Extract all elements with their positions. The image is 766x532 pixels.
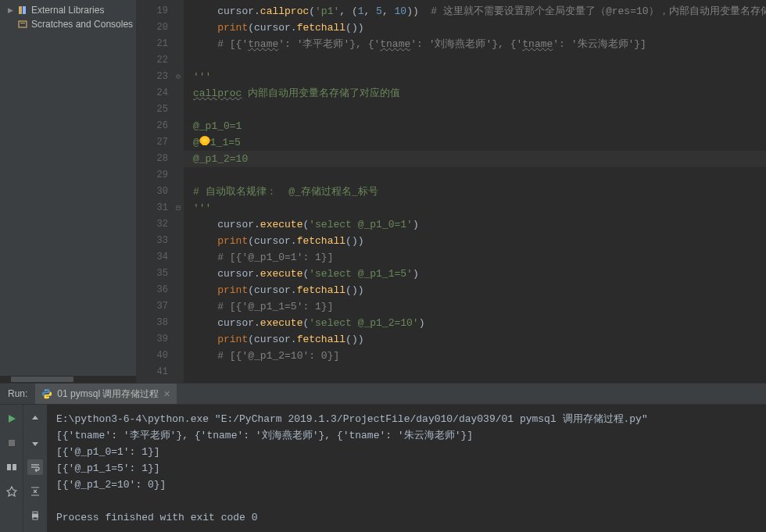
project-tree: ▶ External Libraries Scratches and Conso… <box>0 0 136 376</box>
code-line[interactable]: @_p1_0=1 <box>184 118 766 134</box>
fold-open-icon[interactable]: ⊖ <box>176 69 181 85</box>
code-line[interactable]: ''' <box>184 69 766 85</box>
code-editor[interactable]: 19202122⊖2324252627282930⊟31323334353637… <box>137 0 766 383</box>
line-number: 38 <box>137 315 168 331</box>
layout-button[interactable] <box>4 459 20 475</box>
line-number: 33 <box>137 233 168 249</box>
code-line[interactable]: # [{'@_p1_0=1': 1}] <box>184 249 766 266</box>
console-line <box>56 493 757 509</box>
code-line[interactable]: print(cursor.fetchall()) <box>184 20 766 36</box>
code-line[interactable]: @_p1_2=10 <box>184 151 766 167</box>
svg-rect-1 <box>23 6 26 14</box>
pin-button[interactable] <box>4 484 20 499</box>
code-area[interactable]: cursor.callproc('p1', (1, 5, 10)) # 这里就不… <box>184 0 766 383</box>
soft-wrap-button[interactable] <box>27 459 43 475</box>
run-tab[interactable]: 01 pymsql 调用存储过程 × <box>35 384 176 404</box>
svg-rect-8 <box>13 464 16 470</box>
code-line[interactable] <box>184 167 766 184</box>
line-number: 19 <box>137 3 168 20</box>
line-number: 30 <box>137 184 168 200</box>
line-number: 20 <box>137 20 168 36</box>
python-icon <box>41 388 52 399</box>
scroll-down-button[interactable] <box>27 435 43 451</box>
console-line: E:\python3-6-4\python.exe "E:/PyCharm 20… <box>56 411 757 427</box>
console-line: [{'@_p1_0=1': 1}] <box>56 444 757 460</box>
scrollbar-thumb[interactable] <box>11 377 73 382</box>
code-line[interactable]: # 自动取名规律： @_存储过程名_标号 <box>184 184 766 200</box>
code-line[interactable]: # [{'@_p1_1=5': 1}] <box>184 298 766 315</box>
sidebar-scrollbar[interactable] <box>0 376 136 383</box>
run-tool-col-left <box>0 405 23 532</box>
svg-point-4 <box>45 390 46 391</box>
console-line: [{'@_p1_2=10': 0}] <box>56 477 757 493</box>
line-number: 40 <box>137 348 168 364</box>
code-line[interactable]: cursor.execute('select @_p1_1=5') <box>184 266 766 282</box>
code-line[interactable]: print(cursor.fetchall()) <box>184 233 766 249</box>
run-label: Run: <box>0 388 35 399</box>
code-line[interactable]: callproc 内部自动用变量名存储了对应的值 <box>184 85 766 102</box>
console-line: Process finished with exit code 0 <box>56 509 757 526</box>
code-line[interactable]: cursor.execute('select @_p1_0=1') <box>184 216 766 233</box>
console-output[interactable]: E:\python3-6-4\python.exe "E:/PyCharm 20… <box>47 405 766 532</box>
line-number: 32 <box>137 216 168 233</box>
code-line[interactable] <box>184 102 766 118</box>
line-gutter: 19202122⊖2324252627282930⊟31323334353637… <box>137 0 184 383</box>
line-number: 35 <box>137 266 168 282</box>
svg-rect-10 <box>33 512 38 514</box>
line-number: 29 <box>137 167 168 184</box>
svg-point-5 <box>48 397 49 398</box>
line-number: 21 <box>137 36 168 52</box>
tree-label: External Libraries <box>31 5 104 16</box>
scroll-up-button[interactable] <box>27 411 43 427</box>
code-line[interactable]: @1_1=5 <box>184 134 766 151</box>
tree-label: Scratches and Consoles <box>31 19 133 30</box>
run-header: Run: 01 pymsql 调用存储过程 × <box>0 384 766 405</box>
fold-close-icon[interactable]: ⊟ <box>176 200 181 216</box>
console-line: [{'@_p1_1=5': 1}] <box>56 460 757 477</box>
code-line[interactable]: cursor.execute('select @_p1_2=10') <box>184 315 766 331</box>
svg-rect-6 <box>9 440 15 446</box>
code-line[interactable] <box>184 52 766 69</box>
line-number: 37 <box>137 298 168 315</box>
intention-bulb-icon[interactable] <box>199 136 210 147</box>
line-number: 22 <box>137 52 168 69</box>
code-line[interactable]: print(cursor.fetchall()) <box>184 331 766 348</box>
stop-button[interactable] <box>4 435 20 451</box>
svg-rect-11 <box>33 517 38 520</box>
print-button[interactable] <box>27 508 43 523</box>
svg-rect-7 <box>7 464 11 470</box>
svg-rect-0 <box>19 6 22 14</box>
line-number: 24 <box>137 85 168 102</box>
code-line[interactable]: # [{'tname': '李平老师'}, {'tname': '刘海燕老师'}… <box>184 36 766 52</box>
chevron-right-icon: ▶ <box>6 6 14 14</box>
rerun-button[interactable] <box>4 411 20 427</box>
line-number: 27 <box>137 134 168 151</box>
line-number: 41 <box>137 364 168 380</box>
svg-rect-3 <box>20 23 25 23</box>
project-sidebar: ▶ External Libraries Scratches and Conso… <box>0 0 137 383</box>
run-tab-label: 01 pymsql 调用存储过程 <box>57 387 159 401</box>
line-number: 34 <box>137 249 168 266</box>
line-number: 28 <box>137 151 168 167</box>
library-icon <box>17 5 28 16</box>
line-number: 26 <box>137 118 168 134</box>
code-line[interactable]: ''' <box>184 200 766 216</box>
line-number: 31 <box>137 200 168 216</box>
code-line[interactable]: print(cursor.fetchall()) <box>184 282 766 298</box>
close-icon[interactable]: × <box>163 387 170 400</box>
tree-arrow-empty <box>6 20 14 28</box>
line-number: 39 <box>137 331 168 348</box>
console-line: [{'tname': '李平老师'}, {'tname': '刘海燕老师'}, … <box>56 427 757 444</box>
line-number: 23 <box>137 69 168 85</box>
tree-item-external-libraries[interactable]: ▶ External Libraries <box>0 3 136 17</box>
run-tool-col-right <box>23 405 47 532</box>
code-line[interactable]: cursor.callproc('p1', (1, 5, 10)) # 这里就不… <box>184 3 766 20</box>
code-line[interactable]: # [{'@_p1_2=10': 0}] <box>184 348 766 364</box>
svg-rect-2 <box>19 21 27 27</box>
code-line[interactable] <box>184 364 766 380</box>
tree-item-scratches[interactable]: Scratches and Consoles <box>0 17 136 31</box>
scroll-to-end-button[interactable] <box>27 484 43 499</box>
line-number: 25 <box>137 102 168 118</box>
scratches-icon <box>17 19 28 30</box>
line-number: 36 <box>137 282 168 298</box>
